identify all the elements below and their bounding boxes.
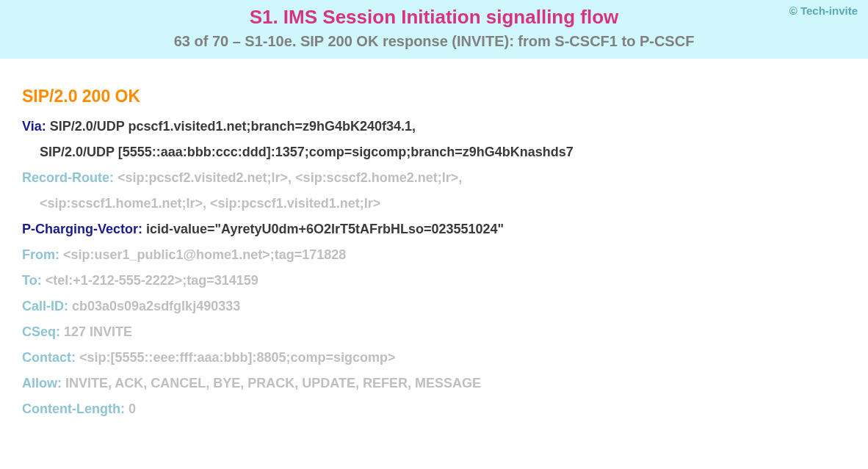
to-value: <tel:+1-212-555-2222>;tag=314159 (46, 273, 258, 288)
contact-name: Contact (22, 350, 71, 365)
record-route-continuation: <sip:scscf1.home1.net;lr>, <sip:pcscf1.v… (22, 194, 846, 214)
record-route-value-2: <sip:scscf1.home1.net;lr>, <sip:pcscf1.v… (40, 196, 380, 211)
cseq-header: CSeq: 127 INVITE (22, 322, 846, 342)
page-subtitle: 63 of 70 – S1-10e. SIP 200 OK response (… (15, 33, 853, 50)
via-value-1: SIP/2.0/UDP pcscf1.visited1.net;branch=z… (50, 119, 416, 134)
from-value: <sip:user1_public1@home1.net>;tag=171828 (63, 247, 346, 262)
call-id-name: Call-ID (22, 299, 64, 313)
sip-message-content: SIP/2.0 200 OK Via: SIP/2.0/UDP pcscf1.v… (0, 59, 868, 440)
cseq-name: CSeq (22, 324, 56, 339)
content-length-name: Content-Length (22, 401, 120, 416)
contact-header: Contact: <sip:[5555::eee:fff:aaa:bbb]:88… (22, 348, 846, 368)
contact-value: <sip:[5555::eee:fff:aaa:bbb]:8805;comp=s… (79, 350, 396, 365)
via-name: Via (22, 119, 42, 134)
to-header: To: <tel:+1-212-555-2222>;tag=314159 (22, 271, 846, 291)
record-route-header: Record-Route: <sip:pcscf2.visited2.net;l… (22, 168, 846, 188)
p-charging-vector-header: P-Charging-Vector: icid-value="AyretyU0d… (22, 219, 846, 239)
content-length-header: Content-Length: 0 (22, 399, 846, 419)
via-value-2: SIP/2.0/UDP [5555::aaa:bbb:ccc:ddd]:1357… (40, 145, 574, 159)
allow-header: Allow: INVITE, ACK, CANCEL, BYE, PRACK, … (22, 374, 846, 393)
to-name: To (22, 273, 37, 288)
record-route-value-1: <sip:pcscf2.visited2.net;lr>, <sip:scscf… (117, 170, 462, 185)
copyright-text: © Tech-invite (789, 4, 858, 17)
sip-status-line: SIP/2.0 200 OK (22, 87, 846, 106)
header-banner: © Tech-invite S1. IMS Session Initiation… (0, 0, 868, 59)
call-id-header: Call-ID: cb03a0s09a2sdfglkj490333 (22, 297, 846, 316)
from-name: From (22, 247, 55, 262)
from-header: From: <sip:user1_public1@home1.net>;tag=… (22, 245, 846, 265)
page-title: S1. IMS Session Initiation signalling fl… (15, 6, 853, 29)
content-length-value: 0 (129, 401, 136, 416)
via-continuation: SIP/2.0/UDP [5555::aaa:bbb:ccc:ddd]:1357… (22, 142, 846, 162)
record-route-name: Record-Route (22, 170, 109, 185)
allow-value: INVITE, ACK, CANCEL, BYE, PRACK, UPDATE,… (65, 376, 481, 390)
p-charging-vector-name: P-Charging-Vector (22, 222, 138, 236)
call-id-value: cb03a0s09a2sdfglkj490333 (72, 299, 240, 313)
via-header: Via: SIP/2.0/UDP pcscf1.visited1.net;bra… (22, 117, 846, 137)
cseq-value: 127 INVITE (64, 324, 132, 339)
p-charging-vector-value: icid-value="AyretyU0dm+6O2IrT5tAFrbHLso=… (146, 222, 504, 236)
allow-name: Allow (22, 376, 57, 390)
